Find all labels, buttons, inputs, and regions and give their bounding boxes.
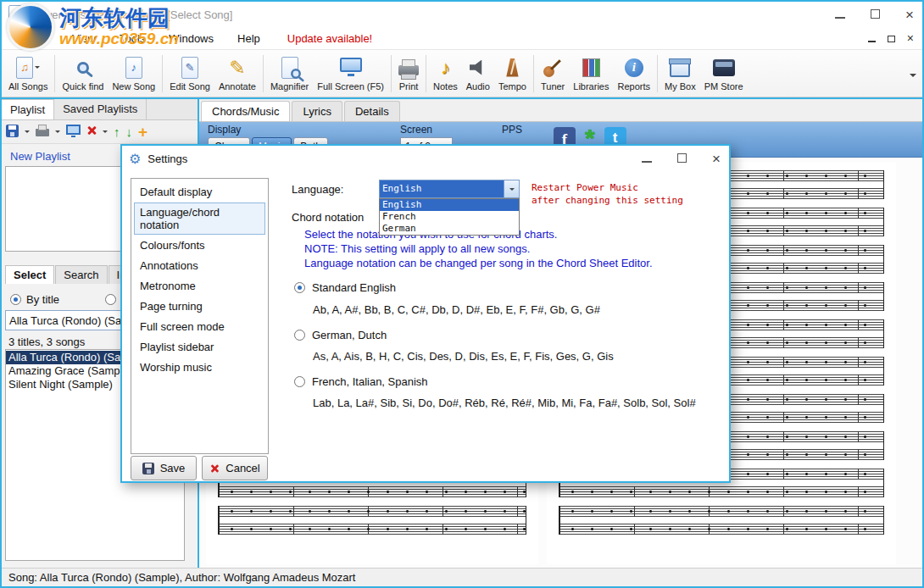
info-icon: i bbox=[625, 58, 643, 77]
tab-playlist[interactable]: Playlist bbox=[2, 99, 54, 119]
toolbar-separator bbox=[162, 55, 163, 92]
toolbar-overflow-button[interactable] bbox=[906, 64, 920, 83]
child-minimize-icon bbox=[868, 41, 876, 42]
update-available-link[interactable]: Update available! bbox=[287, 32, 372, 45]
menu-bar: File View Tools Windows Help Update avai… bbox=[2, 27, 922, 49]
child-close-button[interactable]: × bbox=[907, 31, 914, 45]
nav-full-screen-mode[interactable]: Full screen mode bbox=[134, 317, 265, 336]
delete-button[interactable] bbox=[86, 125, 97, 138]
nav-metronome[interactable]: Metronome bbox=[134, 276, 265, 296]
tab-select[interactable]: Select bbox=[5, 265, 54, 284]
restart-warning-line1: Restart Power Music bbox=[532, 181, 683, 194]
main-toolbar: ♫ All Songs Quick find ♪ New Song ✎ Edit… bbox=[2, 49, 922, 97]
toolbar-quick-find[interactable]: Quick find bbox=[58, 51, 108, 97]
settings-title-bar: ⚙ Settings × bbox=[122, 146, 729, 171]
tab-details[interactable]: Details bbox=[344, 101, 400, 121]
settings-maximize-button[interactable] bbox=[677, 153, 687, 165]
menu-help[interactable]: Help bbox=[237, 32, 260, 45]
by-title-radio[interactable] bbox=[10, 294, 21, 305]
toolbar-tuner[interactable]: Tuner bbox=[537, 51, 569, 97]
toolbar-all-songs[interactable]: ♫ All Songs bbox=[4, 51, 52, 97]
tab-search[interactable]: Search bbox=[55, 265, 107, 284]
toolbar-pm-store[interactable]: PM Store bbox=[700, 51, 748, 97]
toolbar-annotate[interactable]: ✎ Annotate bbox=[214, 51, 260, 97]
toolbar-libraries[interactable]: Libraries bbox=[569, 51, 613, 97]
toolbar-tempo[interactable]: Tempo bbox=[494, 51, 531, 97]
save-button-label: Save bbox=[160, 462, 186, 474]
toolbar-label: Annotate bbox=[219, 81, 256, 92]
delete-dropdown-icon[interactable] bbox=[103, 130, 108, 133]
toolbar-notes[interactable]: ♪ Notes bbox=[429, 51, 462, 97]
print-playlist-button[interactable] bbox=[36, 125, 49, 139]
settings-minimize-button[interactable] bbox=[642, 153, 652, 165]
notation-option-standard-english[interactable]: Standard English bbox=[294, 281, 396, 294]
notes-german-dutch: As, A, Ais, B, H, C, Cis, Des, D, Dis, E… bbox=[313, 350, 614, 363]
toolbar-audio[interactable]: Audio bbox=[462, 51, 494, 97]
add-icon[interactable]: + bbox=[138, 125, 148, 139]
save-button[interactable]: Save bbox=[131, 456, 197, 480]
save-playlist-button[interactable] bbox=[6, 125, 19, 140]
nav-default-display[interactable]: Default display bbox=[134, 182, 265, 202]
child-restore-button[interactable] bbox=[888, 32, 895, 45]
toolbar-new-song[interactable]: ♪ New Song bbox=[108, 51, 159, 97]
toolbar-magnifier[interactable]: Magnifier bbox=[266, 51, 313, 97]
tab-saved-playlists[interactable]: Saved Playlists bbox=[54, 99, 147, 119]
toolbar-my-box[interactable]: My Box bbox=[660, 51, 700, 97]
notation-option-french-italian-spanish[interactable]: French, Italian, Spanish bbox=[294, 375, 428, 388]
nav-worship-music[interactable]: Worship music bbox=[134, 358, 265, 377]
language-option-english[interactable]: English bbox=[380, 199, 519, 211]
tab-chords-music[interactable]: Chords/Music bbox=[201, 101, 290, 121]
maximize-button[interactable] bbox=[871, 8, 880, 21]
language-combo[interactable]: English bbox=[379, 180, 520, 198]
toolbar-separator bbox=[533, 55, 534, 92]
cancel-x-icon bbox=[210, 463, 220, 473]
close-button[interactable]: × bbox=[905, 8, 914, 22]
guitar-icon bbox=[543, 58, 563, 78]
notes-standard-english: Ab, A, A#, Bb, B, C, C#, Db, D, D#, Eb, … bbox=[313, 303, 600, 316]
toolbar-edit-song[interactable]: ✎ Edit Song bbox=[165, 51, 214, 97]
display-playlist-button[interactable] bbox=[66, 125, 81, 140]
menu-file[interactable]: File bbox=[31, 32, 48, 45]
status-text: Song: Alla Turca (Rondo) (Sample), Autho… bbox=[8, 571, 355, 584]
nav-page-turning[interactable]: Page turning bbox=[134, 297, 265, 316]
box-icon bbox=[670, 63, 690, 77]
new-playlist-link[interactable]: New Playlist bbox=[10, 150, 70, 163]
move-up-icon[interactable]: ↑ bbox=[114, 125, 120, 138]
playlist-tabs: Playlist Saved Playlists bbox=[2, 99, 198, 120]
language-option-german[interactable]: German bbox=[380, 223, 519, 235]
chevron-down-icon bbox=[509, 188, 515, 191]
toolbar-label: Quick find bbox=[62, 81, 103, 92]
language-option-french[interactable]: French bbox=[380, 211, 519, 223]
menu-tools[interactable]: Tools bbox=[120, 32, 145, 45]
notation-option-german-dutch[interactable]: German, Dutch bbox=[294, 329, 387, 341]
language-combo-dropdown-button[interactable] bbox=[504, 180, 519, 197]
toolbar-reports[interactable]: i Reports bbox=[613, 51, 654, 97]
nav-annotations[interactable]: Annotations bbox=[134, 256, 265, 275]
nav-playlist-sidebar[interactable]: Playlist sidebar bbox=[134, 337, 265, 357]
cancel-button[interactable]: Cancel bbox=[202, 456, 268, 480]
child-minimize-button[interactable] bbox=[868, 32, 876, 45]
toolbar-print[interactable]: Print bbox=[394, 51, 423, 97]
settings-close-button[interactable]: × bbox=[712, 152, 721, 166]
toolbar-label: All Songs bbox=[8, 81, 47, 92]
minimize-button[interactable] bbox=[835, 8, 845, 21]
language-label: Language: bbox=[292, 183, 343, 196]
radio-standard-english[interactable] bbox=[294, 282, 305, 293]
nav-colours-fonts[interactable]: Colours/fonts bbox=[134, 236, 265, 255]
save-dropdown-icon[interactable] bbox=[25, 130, 30, 133]
menu-view[interactable]: View bbox=[72, 32, 96, 45]
app-window: ♪ Power Music Professional - [Select Son… bbox=[0, 0, 924, 588]
search-icon bbox=[77, 62, 89, 74]
toolbar-full-screen[interactable]: Full Screen (F5) bbox=[313, 51, 388, 97]
tab-lyrics[interactable]: Lyrics bbox=[292, 101, 342, 121]
printer-icon bbox=[36, 129, 49, 136]
print-dropdown-icon[interactable] bbox=[55, 130, 60, 133]
radio-french-italian-spanish[interactable] bbox=[294, 376, 305, 387]
by-title-label: By title bbox=[26, 293, 59, 306]
move-down-icon[interactable]: ↓ bbox=[126, 125, 133, 138]
radio-german-dutch[interactable] bbox=[294, 330, 305, 341]
second-sort-radio[interactable] bbox=[105, 294, 116, 305]
menu-windows[interactable]: Windows bbox=[169, 32, 214, 45]
toolbar-label: Libraries bbox=[573, 81, 609, 92]
nav-language-chord-notation[interactable]: Language/chord notation bbox=[134, 202, 265, 235]
